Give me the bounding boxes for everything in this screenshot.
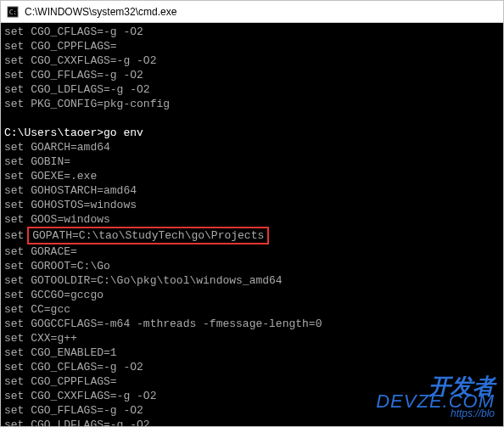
svg-text:C:\: C:\ [9,8,19,15]
cmd-icon: C:\ [6,5,20,19]
output-line: set GOARCH=amd64 [4,140,500,155]
output-line: set CGO_CPPFLAGS= [4,374,500,389]
output-line: set CC=gcc [4,302,500,317]
output-line: set CGO_FFLAGS=-g -O2 [4,403,500,418]
output-line: set CGO_CFLAGS=-g -O2 [4,25,500,39]
output-line: set CGO_FFLAGS=-g -O2 [4,68,500,82]
terminal-output[interactable]: set CGO_CFLAGS=-g -O2set CGO_CPPFLAGS=se… [1,23,503,426]
output-line: set GOBIN= [4,155,500,169]
output-line: set GOROOT=C:\Go [4,259,500,273]
output-line: set GOGCCFLAGS=-m64 -mthreads -fmessage-… [4,317,500,331]
output-line: set CGO_CFLAGS=-g -O2 [4,360,500,374]
output-line-highlighted: set GOPATH=C:\tao\StudyTech\go\Projects [4,227,500,244]
output-line: set CGO_LDFLAGS=-g -O2 [4,418,500,426]
output-line: set GOOS=windows [4,212,500,227]
window-title: C:\WINDOWS\system32\cmd.exe [25,6,176,18]
output-line: set CGO_CXXFLAGS=-g -O2 [4,389,500,403]
window-frame: C:\ C:\WINDOWS\system32\cmd.exe set CGO_… [0,0,504,427]
output-line: set GCCGO=gccgo [4,288,500,302]
output-line: set GOEXE=.exe [4,169,500,183]
gopath-highlight-box: GOPATH=C:\tao\StudyTech\go\Projects [27,227,269,244]
output-line: set CGO_ENABLED=1 [4,346,500,360]
output-line: set PKG_CONFIG=pkg-config [4,97,500,111]
output-line: set CGO_CXXFLAGS=-g -O2 [4,53,500,68]
titlebar[interactable]: C:\ C:\WINDOWS\system32\cmd.exe [1,1,503,23]
output-line: set GORACE= [4,244,500,259]
output-line: set CGO_CPPFLAGS= [4,39,500,53]
output-line: set GOHOSTARCH=amd64 [4,183,500,198]
output-line: set CXX=g++ [4,331,500,346]
output-line: set GOHOSTOS=windows [4,198,500,212]
output-line: set CGO_LDFLAGS=-g -O2 [4,82,500,97]
output-line: set GOTOOLDIR=C:\Go\pkg\tool\windows_amd… [4,273,500,288]
command-prompt-line: C:\Users\taoer>go env [4,126,500,140]
